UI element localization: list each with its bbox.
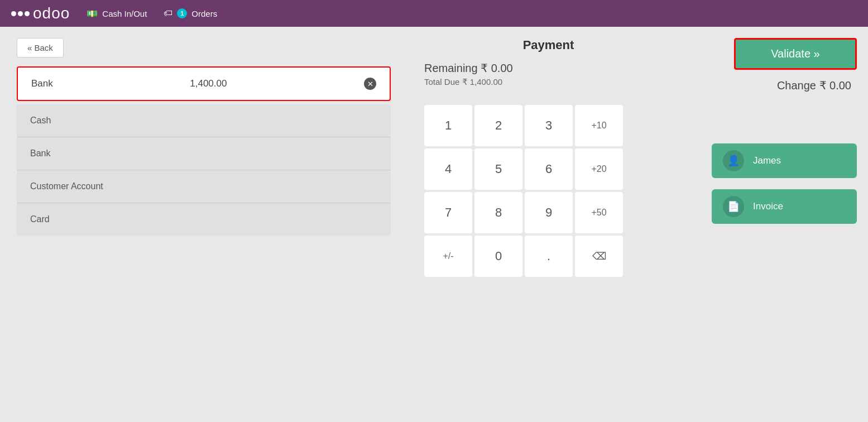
- selected-payment-method: Bank: [31, 78, 53, 89]
- numpad-key-6[interactable]: 6: [525, 148, 573, 190]
- center-panel: Payment Remaining ₹ 0.00 Total Due ₹ 1,4…: [407, 27, 689, 422]
- numpad-key-20[interactable]: +20: [575, 148, 623, 190]
- numpad-key-9[interactable]: 9: [525, 192, 573, 233]
- cash-icon: 💵: [87, 8, 98, 19]
- topbar: odoo 💵 Cash In/Out 🏷 1 Orders: [0, 0, 868, 27]
- left-panel: « Back Bank 1,400.00 ✕ Cash Bank Custome…: [0, 27, 407, 422]
- orders-label: Orders: [191, 9, 217, 18]
- numpad-key-1[interactable]: 1: [424, 105, 472, 146]
- numpad-key-[interactable]: .: [525, 236, 573, 277]
- numpad-key-5[interactable]: 5: [474, 148, 522, 190]
- change-info: Change ₹ 0.00: [701, 79, 857, 92]
- right-panel: Validate » Change ₹ 0.00 👤 James 📄 Invoi…: [689, 27, 868, 422]
- payment-title: Payment: [424, 38, 673, 52]
- numpad-key-50[interactable]: +50: [575, 192, 623, 233]
- orders-badge: 1: [177, 8, 187, 18]
- invoice-button[interactable]: 📄 Invoice: [712, 189, 857, 224]
- numpad-key-7[interactable]: 7: [424, 192, 472, 233]
- invoice-label: Invoice: [753, 201, 783, 212]
- numpad-key-4[interactable]: 4: [424, 148, 472, 190]
- main-content: « Back Bank 1,400.00 ✕ Cash Bank Custome…: [0, 27, 868, 422]
- payment-method-bank[interactable]: Bank: [17, 137, 391, 170]
- odoo-logo: odoo: [11, 4, 70, 22]
- james-label: James: [753, 155, 781, 166]
- payment-methods-list: Cash Bank Customer Account Card: [17, 104, 391, 236]
- selected-payment-row: Bank 1,400.00 ✕: [17, 66, 391, 101]
- numpad-key-8[interactable]: 8: [474, 192, 522, 233]
- cash-in-out-label: Cash In/Out: [102, 9, 147, 18]
- cash-in-out-nav[interactable]: 💵 Cash In/Out: [87, 8, 147, 19]
- selected-payment-amount: 1,400.00: [190, 78, 227, 89]
- remaining-info: Remaining ₹ 0.00 Total Due ₹ 1,400.00: [424, 61, 513, 87]
- validate-button[interactable]: Validate »: [734, 38, 857, 70]
- numpad-key-2[interactable]: 2: [474, 105, 522, 146]
- remove-payment-button[interactable]: ✕: [364, 78, 376, 90]
- numpad-key-[interactable]: ⌫: [575, 236, 623, 277]
- odoo-logo-text: odoo: [33, 4, 70, 22]
- odoo-dots: [11, 11, 30, 16]
- total-due-label: Total Due ₹ 1,400.00: [424, 77, 513, 87]
- numpad: 123+10456+20789+50+/-0.⌫: [424, 105, 623, 277]
- odoo-dot-3: [25, 11, 30, 16]
- payment-method-cash[interactable]: Cash: [17, 104, 391, 137]
- odoo-dot-2: [18, 11, 23, 16]
- orders-icon: 🏷: [164, 8, 172, 18]
- james-button[interactable]: 👤 James: [712, 143, 857, 178]
- numpad-key-0[interactable]: 0: [474, 236, 522, 277]
- numpad-key-10[interactable]: +10: [575, 105, 623, 146]
- james-icon: 👤: [723, 150, 744, 171]
- orders-nav[interactable]: 🏷 1 Orders: [164, 8, 217, 18]
- payment-method-card[interactable]: Card: [17, 203, 391, 236]
- odoo-dot-1: [11, 11, 16, 16]
- numpad-key-[interactable]: +/-: [424, 236, 472, 277]
- back-button[interactable]: « Back: [17, 38, 64, 57]
- invoice-icon: 📄: [723, 196, 744, 217]
- remaining-label: Remaining ₹ 0.00: [424, 61, 513, 75]
- numpad-key-3[interactable]: 3: [525, 105, 573, 146]
- payment-method-customer-account[interactable]: Customer Account: [17, 170, 391, 203]
